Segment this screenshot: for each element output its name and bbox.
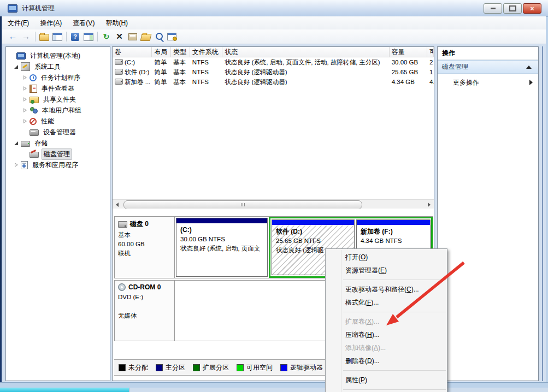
tree-item-system-tools[interactable]: 系统工具 — [8, 61, 110, 72]
legend-swatch — [119, 364, 126, 371]
delete-button[interactable]: ✕ — [113, 31, 126, 43]
header-layout[interactable]: 布局 — [152, 47, 171, 57]
properties-button[interactable] — [126, 31, 139, 43]
volume-icon — [115, 69, 123, 75]
expand-open-icon[interactable] — [14, 64, 19, 69]
legend-swatch — [193, 364, 200, 371]
menu-item-explorer[interactable]: 资源管理器(E) — [326, 264, 447, 277]
selected-tree-label: 磁盘管理 — [42, 149, 72, 160]
console-settings-button[interactable] — [166, 31, 178, 43]
scrollbar-grip-icon — [241, 203, 245, 206]
services-icon — [21, 161, 28, 169]
menu-item-extend-volume: 扩展卷(X)... — [326, 315, 447, 328]
help-button[interactable]: ? — [69, 31, 81, 43]
task-scheduler-icon — [30, 74, 37, 81]
expand-closed-icon[interactable] — [22, 118, 28, 124]
partition-c[interactable]: (C:) 30.00 GB NTFS 状态良好 (系统, 启动, 页面文 — [176, 218, 268, 277]
shared-folders-icon — [30, 97, 39, 103]
tree-item-device-manager[interactable]: 设备管理器 — [8, 127, 110, 138]
menu-item-delete-volume[interactable]: 删除卷(D)... — [326, 354, 447, 367]
volume-icon — [115, 79, 123, 85]
collapse-icon[interactable] — [526, 66, 532, 69]
console-settings-icon — [167, 33, 176, 40]
forward-button[interactable]: → — [20, 31, 32, 43]
menu-item-format[interactable]: 格式化(F)... — [326, 296, 447, 309]
close-button[interactable]: × — [523, 3, 541, 14]
tree-item-services-apps[interactable]: 服务和应用程序 — [8, 159, 110, 170]
volume-row-f[interactable]: 新加卷 ... 简单 基本 NTFS 状态良好 (逻辑驱动器) 4.34 GB … — [113, 77, 434, 87]
submenu-arrow-icon — [529, 80, 533, 85]
header-status[interactable]: 状态 — [222, 47, 389, 57]
console-tree-button[interactable] — [51, 31, 63, 43]
tree-item-event-viewer[interactable]: 事件查看器 — [8, 83, 110, 94]
menu-bar: 文件(F) 操作(A) 查看(V) 帮助(H) — [2, 16, 546, 30]
tree-item-local-users[interactable]: 本地用户和组 — [8, 105, 110, 116]
event-viewer-icon — [30, 85, 37, 93]
cdrom-info[interactable]: CD-ROM 0 DVD (E:) 无媒体 — [115, 281, 175, 341]
refresh-button[interactable]: ↻ — [100, 31, 113, 43]
legend-swatch — [280, 364, 287, 371]
horizontal-scrollbar[interactable] — [113, 199, 434, 209]
scroll-right-icon — [428, 203, 431, 207]
device-manager-icon — [30, 129, 39, 136]
action-pane-button[interactable] — [82, 31, 95, 43]
back-button[interactable]: ← — [7, 31, 19, 43]
legend-primary: 主分区 — [156, 363, 185, 372]
menu-item-change-drive-letter[interactable]: 更改驱动器号和路径(C)... — [326, 283, 447, 296]
refresh-icon: ↻ — [103, 32, 110, 41]
tree-item-shared-folders[interactable]: 共享文件夹 — [8, 94, 110, 105]
storage-icon — [21, 141, 30, 147]
scroll-left-icon — [116, 203, 119, 207]
forward-icon: → — [22, 31, 31, 42]
expand-closed-icon[interactable] — [14, 162, 19, 168]
expand-closed-icon[interactable] — [22, 97, 28, 102]
scroll-right-button[interactable] — [425, 200, 434, 209]
up-folder-button[interactable] — [38, 31, 50, 43]
menu-action[interactable]: 操作(A) — [34, 17, 67, 28]
expand-closed-icon[interactable] — [22, 75, 28, 80]
header-type[interactable]: 类型 — [171, 47, 190, 57]
find-icon — [156, 33, 163, 40]
maximize-button[interactable] — [503, 3, 522, 14]
menu-help[interactable]: 帮助(H) — [100, 17, 133, 28]
legend-unallocated: 未分配 — [119, 363, 148, 372]
volume-row-d[interactable]: 软件 (D:) 简单 基本 NTFS 状态良好 (逻辑驱动器) 25.65 GB… — [113, 67, 434, 77]
header-volume[interactable]: 卷 — [113, 47, 152, 57]
menu-item-shrink-volume[interactable]: 压缩卷(H)... — [326, 328, 447, 341]
tree-item-computer-management[interactable]: 计算机管理(本地) — [8, 50, 110, 61]
tree-item-task-scheduler[interactable]: 任务计划程序 — [8, 72, 110, 83]
header-capacity[interactable]: 容量 — [390, 47, 427, 57]
performance-icon — [30, 118, 37, 125]
logical-drive-strip — [357, 220, 430, 225]
disk0-info[interactable]: 磁盘 0 基本 60.00 GB 联机 — [115, 217, 175, 278]
computer-management-window: 计算机管理 × 文件(F) 操作(A) 查看(V) 帮助(H) ← → ? ↻ … — [0, 0, 548, 392]
toolbar-separator — [35, 32, 36, 41]
menu-view[interactable]: 查看(V) — [67, 17, 100, 28]
tree-item-performance[interactable]: 性能 — [8, 116, 110, 127]
expand-open-icon[interactable] — [14, 140, 19, 146]
scrollbar-thumb[interactable] — [123, 200, 362, 209]
open-folder-button[interactable] — [139, 31, 152, 43]
scroll-left-button[interactable] — [113, 200, 122, 209]
header-filesystem[interactable]: 文件系统 — [190, 47, 223, 57]
menu-item-properties[interactable]: 属性(P) — [326, 373, 447, 387]
menu-item-open[interactable]: 打开(O) — [326, 251, 447, 264]
volume-list: 卷 布局 类型 文件系统 状态 容量 可 (C:) 简单 基本 NTFS 状态良… — [113, 47, 434, 199]
expand-closed-icon[interactable] — [22, 86, 28, 91]
minimize-button[interactable] — [484, 3, 502, 14]
legend-extended: 扩展分区 — [193, 363, 229, 372]
more-actions-item[interactable]: 更多操作 — [438, 76, 538, 89]
disk0-status: 联机 — [118, 249, 174, 258]
volume-row-c[interactable]: (C:) 简单 基本 NTFS 状态良好 (系统, 启动, 页面文件, 活动, … — [113, 57, 434, 67]
menu-file[interactable]: 文件(F) — [2, 17, 34, 28]
actions-section-disk-management[interactable]: 磁盘管理 — [438, 60, 538, 74]
tree-item-disk-management[interactable]: 磁盘管理 — [8, 149, 110, 159]
find-button[interactable] — [152, 31, 165, 43]
header-free[interactable]: 可 — [427, 47, 434, 57]
tree-item-storage[interactable]: 存储 — [8, 138, 110, 149]
menu-separator — [343, 312, 446, 312]
cdrom-type: DVD (E:) — [118, 293, 174, 302]
expand-closed-icon[interactable] — [22, 108, 28, 113]
toolbar-separator — [66, 32, 67, 41]
disk-management-icon — [30, 152, 39, 158]
